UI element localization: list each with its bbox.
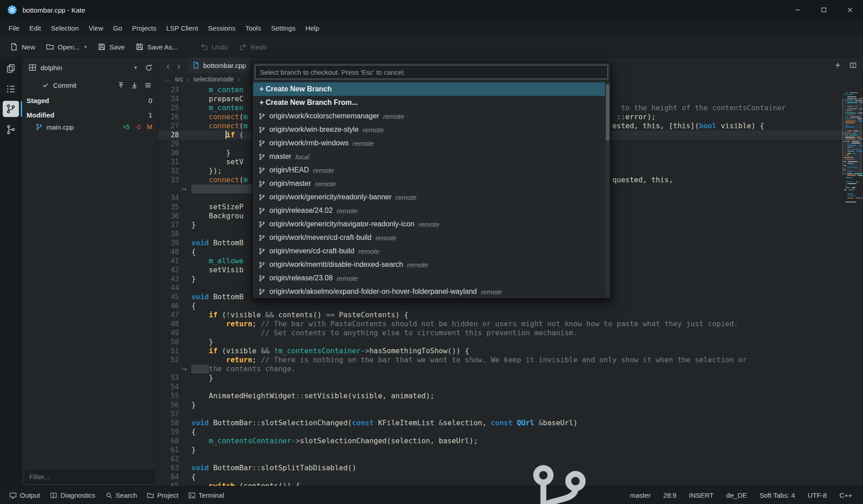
tab-bottombar-cpp[interactable]: bottombar.cpp — [188, 58, 249, 73]
statusbar-language[interactable]: C++ — [833, 486, 858, 504]
back-button[interactable]: ‹ — [163, 60, 173, 71]
git-file-row[interactable]: main.cpp +5 -0 M — [22, 121, 158, 133]
filter-input[interactable] — [25, 470, 155, 483]
sidebar-documents-button[interactable] — [3, 60, 19, 76]
undo-button[interactable]: Undo — [196, 40, 233, 54]
staged-section[interactable]: Staged 0 — [22, 94, 158, 106]
code-line[interactable]: 58void BottomBar::slotSelectionChanged(c… — [158, 418, 863, 428]
menu-item-edit[interactable]: Edit — [24, 20, 46, 36]
menu-item-view[interactable]: View — [84, 20, 108, 36]
branch-item[interactable]: origin/work/akselmo/expand-folder-on-hov… — [253, 285, 605, 298]
line-number: 50 — [158, 338, 182, 346]
forward-button[interactable]: › — [173, 60, 184, 71]
branch-list-scrollbar[interactable] — [606, 83, 609, 297]
branch-item[interactable]: origin/release/23.08remote — [253, 271, 605, 285]
code-line[interactable]: 51 if (visible && !m_contentsContainer->… — [158, 346, 863, 356]
minimap[interactable] — [842, 87, 861, 484]
statusbar-dictionary[interactable]: de_DE — [720, 486, 753, 504]
minimize-button[interactable] — [785, 0, 811, 20]
statusbar-encoding[interactable]: UTF-8 — [801, 486, 833, 504]
code-line[interactable]: 54 — [158, 382, 863, 392]
breadcrumb-selectionmode[interactable]: selectionmode — [193, 76, 234, 83]
commit-button[interactable]: Commit — [42, 81, 114, 89]
branch-checkout-popup: Select branch to checkout. Press 'Esc' t… — [252, 62, 611, 299]
code-line-wrap[interactable]: ↪the contents change. — [158, 364, 863, 374]
scrollbar-handle[interactable] — [606, 84, 609, 141]
branch-item[interactable]: origin/work/genericity/readonly-bannerre… — [253, 190, 605, 204]
branch-scope: remote — [313, 166, 334, 174]
code-line[interactable]: 59{ — [158, 428, 863, 436]
branch-item[interactable]: origin/work/merritt/disable-indexed-sear… — [253, 258, 605, 271]
branch-item[interactable]: origin/release/24.02remote — [253, 204, 605, 217]
code-line[interactable]: 48 return; // The bar with PasteContents… — [158, 320, 863, 328]
branch-item[interactable]: origin/work/genericity/navigator-readonl… — [253, 217, 605, 231]
menu-item-help[interactable]: Help — [300, 20, 324, 36]
git-menu-button[interactable] — [141, 79, 154, 91]
code-line[interactable]: 50 } — [158, 338, 863, 346]
breadcrumb-src[interactable]: src — [175, 76, 183, 83]
menu-item-go[interactable]: Go — [108, 20, 127, 36]
code-line[interactable]: 56} — [158, 400, 863, 410]
branch-item[interactable]: origin/masterremote — [253, 177, 605, 190]
code-line[interactable]: 52 return; // There is nothing on the ba… — [158, 356, 863, 364]
modified-section[interactable]: Modified 1 — [22, 109, 158, 121]
statusbar-cursor-position[interactable]: 28:9 — [657, 486, 682, 504]
branch-item[interactable]: masterlocal — [253, 150, 605, 163]
menu-item-projects[interactable]: Projects — [127, 20, 161, 36]
menu-item-tools[interactable]: Tools — [241, 20, 266, 36]
branch-item[interactable]: origin/work/win-breeze-styleremote — [253, 123, 605, 136]
sidebar-commit-graph-button[interactable] — [3, 122, 19, 138]
branch-item[interactable]: origin/work/meven/cd-craft-buildremote — [253, 231, 605, 244]
new-tab-button[interactable] — [831, 59, 844, 72]
branch-item[interactable]: origin/HEADremote — [253, 163, 605, 177]
statusbar-diagnostics[interactable]: Diagnostics — [45, 486, 100, 504]
statusbar-tab-mode[interactable]: Soft Tabs: 4 — [753, 486, 801, 504]
code-line[interactable]: 60 m_contentsContainer->slotSelectionCha… — [158, 436, 863, 446]
menu-item-file[interactable]: File — [4, 20, 24, 36]
pull-button[interactable] — [128, 79, 141, 91]
refresh-button[interactable] — [142, 61, 155, 74]
code-line[interactable]: 46{ — [158, 302, 863, 310]
branch-action-item[interactable]: + Create New Branch — [253, 82, 605, 96]
push-button[interactable] — [114, 79, 127, 91]
menu-item-lsp-client[interactable]: LSP Client — [161, 20, 203, 36]
window-controls — [785, 0, 863, 20]
project-selector[interactable]: dolphin ▾ — [25, 60, 141, 75]
branch-search-input[interactable]: Select branch to checkout. Press 'Esc' t… — [255, 65, 608, 79]
code-line[interactable]: 49 // Set contents to anything else to c… — [158, 328, 863, 338]
sidebar-git-button[interactable] — [3, 101, 19, 117]
git-branch-icon — [36, 123, 43, 130]
code-line[interactable]: 47 if (!visible && contents() == PasteCo… — [158, 310, 863, 320]
branch-item[interactable]: origin/meven/cd-craft-buildremote — [253, 244, 605, 258]
statusbar-input-mode[interactable]: INSERT — [683, 486, 720, 504]
save-as-button[interactable]: Save As... — [131, 40, 182, 54]
branch-item[interactable]: origin/work/rmb-windowsremote — [253, 136, 605, 150]
fold-marker — [182, 266, 191, 274]
menu-item-selection[interactable]: Selection — [46, 20, 84, 36]
statusbar-terminal[interactable]: Terminal — [183, 486, 229, 504]
code-line[interactable]: 53 } — [158, 374, 863, 382]
branch-action-item[interactable]: + Create New Branch From... — [253, 96, 605, 109]
new-button[interactable]: New — [5, 40, 40, 54]
close-button[interactable] — [837, 0, 863, 20]
statusbar-branch[interactable]: master — [486, 486, 657, 504]
line-number: 27 — [158, 122, 182, 130]
branch-scope: remote — [353, 140, 374, 147]
code-line[interactable]: 61} — [158, 446, 863, 454]
branch-item[interactable]: origin/work/kcolorschememanagerremote — [253, 109, 605, 123]
menu-item-sessions[interactable]: Sessions — [203, 20, 241, 36]
code-line[interactable]: 55 AnimatedHeightWidget::setVisible(visi… — [158, 392, 863, 400]
save-button[interactable]: Save — [93, 40, 129, 54]
maximize-button[interactable] — [811, 0, 837, 20]
redo-button[interactable]: Redo — [234, 40, 271, 54]
sidebar-symbols-button[interactable] — [3, 81, 19, 97]
code-line[interactable]: 57 — [158, 410, 863, 418]
line-number: 59 — [158, 428, 182, 436]
statusbar-project[interactable]: Project — [142, 486, 183, 504]
menu-item-settings[interactable]: Settings — [266, 20, 300, 36]
statusbar-output[interactable]: Output — [5, 486, 45, 504]
split-view-button[interactable] — [847, 59, 859, 72]
open-button[interactable]: Open... ▾ — [41, 40, 91, 54]
breadcrumb-ellipsis[interactable]: … — [164, 76, 171, 83]
statusbar-search[interactable]: Search — [100, 486, 142, 504]
